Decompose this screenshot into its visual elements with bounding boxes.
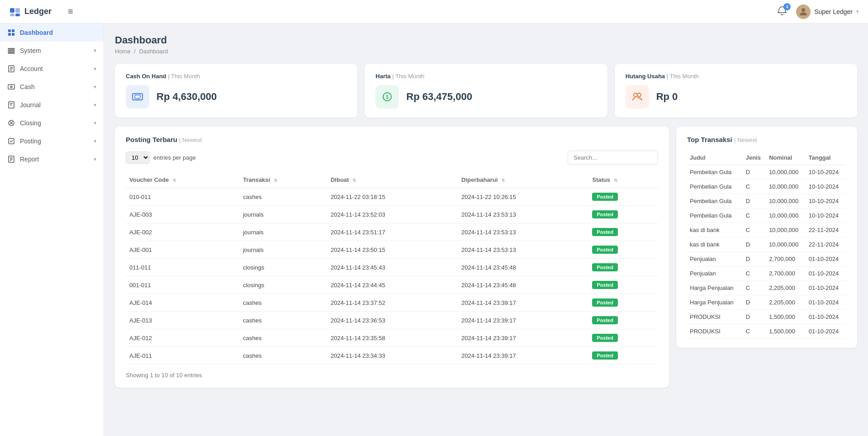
entries-per-page-select[interactable]: 5102550 <box>126 152 150 164</box>
stat-card-harta: Harta | This Month $ Rp 63,475,000 <box>365 64 607 118</box>
col-dibuat[interactable]: Dibuat ⇅ <box>327 172 458 188</box>
status: Posted <box>588 206 658 223</box>
user-menu-button[interactable]: Super Ledger ▾ <box>796 5 859 19</box>
sidebar-item-closing[interactable]: Closing ▾ <box>0 114 104 132</box>
col-transaksi[interactable]: Transaksi ⇅ <box>239 172 327 188</box>
status-badge: Posted <box>592 351 618 360</box>
svg-rect-9 <box>8 48 14 49</box>
tt-nominal: 10,000,000 <box>766 165 806 180</box>
dibuat: 2024-11-14 23:37:52 <box>327 294 458 312</box>
svg-rect-6 <box>12 29 14 32</box>
sidebar-item-report[interactable]: Report ▾ <box>0 150 104 168</box>
transaksi: closings <box>239 276 327 294</box>
sidebar-item-posting[interactable]: Posting ▾ <box>0 132 104 150</box>
transaksi: journals <box>239 206 327 223</box>
status: Posted <box>588 276 658 294</box>
tt-tanggal: 10-10-2024 <box>806 194 846 209</box>
app-logo[interactable]: Ledger <box>9 5 52 18</box>
table-row: AJE-002 journals 2024-11-14 23:51:17 202… <box>126 223 658 241</box>
hamburger-icon: ≡ <box>68 6 73 16</box>
svg-rect-8 <box>12 33 14 36</box>
top-transaksi-table: JudulJenisNominalTanggal Pembelian Gula … <box>687 151 846 339</box>
dibuat: 2024-11-14 23:44:45 <box>327 276 458 294</box>
stat-body-cash-on-hand: Rp 4,630,000 <box>126 85 346 109</box>
list-item: kas di bank D 10,000,000 22-11-2024 <box>687 237 846 252</box>
tt-jenis: C <box>743 281 766 295</box>
notification-button[interactable]: 4 <box>775 4 789 19</box>
sidebar-item-account[interactable]: Account ▾ <box>0 60 104 78</box>
stat-value-cash-on-hand: Rp 4,630,000 <box>157 91 217 103</box>
tt-nominal: 2,700,000 <box>766 266 806 281</box>
col-voucher-code[interactable]: Voucher Code ⇅ <box>126 172 239 188</box>
list-item: Pembelian Gula C 10,000,000 10-10-2024 <box>687 209 846 223</box>
report-icon <box>7 155 15 163</box>
posting-title: Posting Terbaru <box>126 136 177 143</box>
list-item: Pembelian Gula C 10,000,000 10-10-2024 <box>687 180 846 194</box>
diperbaharui: 2024-11-14 23:39:17 <box>458 329 588 347</box>
tt-nominal: 1,500,000 <box>766 310 806 324</box>
svg-point-34 <box>637 93 641 97</box>
diperbaharui: 2024-11-14 23:45:48 <box>458 276 588 294</box>
status: Posted <box>588 188 658 206</box>
breadcrumb-home[interactable]: Home <box>115 48 131 55</box>
diperbaharui: 2024-11-14 23:39:17 <box>458 294 588 312</box>
transaksi: journals <box>239 223 327 241</box>
svg-rect-1 <box>15 8 20 13</box>
transaksi: cashes <box>239 294 327 312</box>
stat-icon-hutang-usaha <box>626 85 649 109</box>
tt-tanggal: 01-10-2024 <box>806 295 846 310</box>
main-content: Dashboard Home / Dashboard Cash On Hand … <box>104 24 868 436</box>
transaksi: closings <box>239 259 327 276</box>
tt-judul: Pembelian Gula <box>687 180 743 194</box>
dibuat: 2024-11-14 23:45:43 <box>327 259 458 276</box>
sidebar-item-dashboard[interactable]: Dashboard <box>0 24 104 42</box>
voucher-code: 001-011 <box>126 276 239 294</box>
top-transaksi-subtitle: Newest <box>737 137 757 143</box>
col-status[interactable]: Status ⇅ <box>588 172 658 188</box>
table-row: 011-011 closings 2024-11-14 23:45:43 202… <box>126 259 658 276</box>
tt-col-jenis: Jenis <box>743 151 766 165</box>
sidebar-item-cash[interactable]: Cash ▾ <box>0 78 104 96</box>
tt-tanggal: 01-10-2024 <box>806 324 846 339</box>
tt-jenis: C <box>743 266 766 281</box>
status-badge: Posted <box>592 193 618 201</box>
tt-judul: Harga Penjualan <box>687 281 743 295</box>
dibuat: 2024-11-14 23:50:15 <box>327 241 458 259</box>
stat-value-harta: Rp 63,475,000 <box>406 91 472 103</box>
search-input[interactable] <box>568 151 658 165</box>
svg-point-17 <box>10 86 12 88</box>
status-badge: Posted <box>592 299 618 307</box>
voucher-code: AJE-001 <box>126 241 239 259</box>
list-item: Pembelian Gula D 10,000,000 10-10-2024 <box>687 194 846 209</box>
svg-rect-5 <box>8 29 11 32</box>
top-transaksi-card: Top Transaksi | Newest JudulJenisNominal… <box>676 127 857 348</box>
table-row: AJE-011 cashes 2024-11-14 23:34:33 2024-… <box>126 347 658 365</box>
stat-header-cash-on-hand: Cash On Hand | This Month <box>126 73 346 80</box>
tt-tanggal: 22-11-2024 <box>806 223 846 237</box>
chevron-down-icon: ▾ <box>94 138 96 144</box>
stat-icon-cash-on-hand <box>126 85 149 109</box>
col-diperbaharui[interactable]: Diperbaharui ⇅ <box>458 172 588 188</box>
tt-judul: Harga Penjualan <box>687 295 743 310</box>
dibuat: 2024-11-14 23:36:53 <box>327 312 458 329</box>
sort-icon: ⇅ <box>352 178 356 183</box>
sidebar-item-journal[interactable]: Journal ▾ <box>0 96 104 114</box>
svg-rect-3 <box>15 14 20 16</box>
stat-body-hutang-usaha: Rp 0 <box>626 85 846 109</box>
voucher-code: AJE-003 <box>126 206 239 223</box>
tt-nominal: 2,205,000 <box>766 295 806 310</box>
cash-icon <box>7 83 15 91</box>
sidebar-item-system[interactable]: System ▾ <box>0 42 104 60</box>
diperbaharui: 2024-11-14 23:53:13 <box>458 241 588 259</box>
tt-judul: PRODUKSI <box>687 310 743 324</box>
chevron-down-icon: ▾ <box>94 120 96 126</box>
menu-toggle-button[interactable]: ≡ <box>66 5 75 19</box>
transaksi: journals <box>239 241 327 259</box>
stat-period-cash-on-hand: | This Month <box>168 73 200 80</box>
topnav-right: 4 Super Ledger ▾ <box>775 4 859 19</box>
stat-period-hutang-usaha: | This Month <box>667 73 699 80</box>
list-item: PRODUKSI D 1,500,000 01-10-2024 <box>687 310 846 324</box>
status-badge: Posted <box>592 210 618 218</box>
closing-icon <box>7 119 15 127</box>
tt-jenis: C <box>743 209 766 223</box>
